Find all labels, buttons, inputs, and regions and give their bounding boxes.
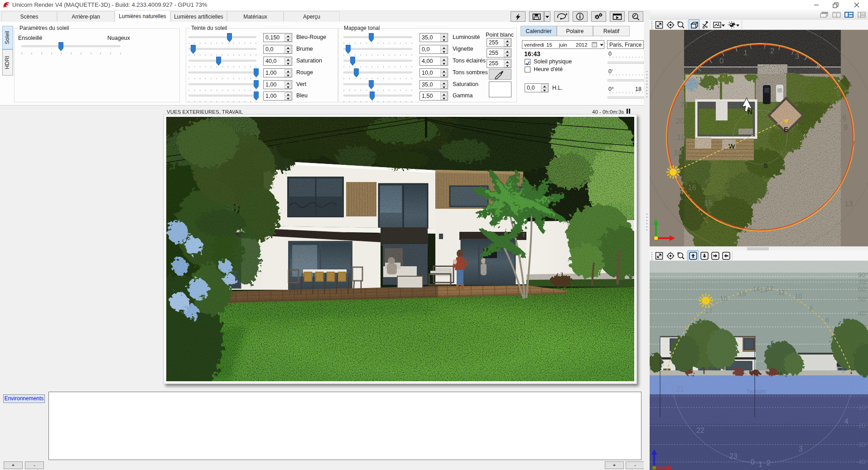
svg-text:9: 9 — [844, 123, 848, 132]
svg-text:18: 18 — [674, 149, 682, 157]
svg-text:13: 13 — [844, 200, 853, 208]
svg-text:7: 7 — [851, 140, 855, 149]
svg-text:20: 20 — [676, 117, 685, 125]
svg-text:6: 6 — [842, 114, 846, 122]
